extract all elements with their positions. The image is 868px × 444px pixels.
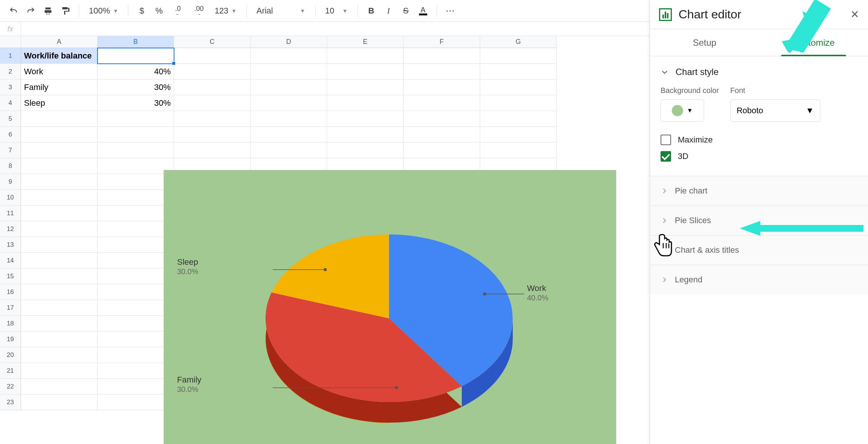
cell[interactable] — [21, 332, 98, 347]
row-header[interactable]: 1 — [0, 48, 21, 64]
cell[interactable] — [21, 158, 98, 174]
row-header[interactable]: 13 — [0, 237, 21, 253]
cell[interactable] — [174, 95, 251, 111]
cell[interactable] — [98, 221, 174, 237]
row-header[interactable]: 12 — [0, 221, 21, 237]
cell[interactable] — [21, 190, 98, 206]
row-header[interactable]: 16 — [0, 284, 21, 300]
cell[interactable] — [404, 142, 480, 158]
row-header[interactable]: 8 — [0, 158, 21, 174]
cell[interactable] — [251, 111, 327, 127]
cell[interactable] — [98, 332, 174, 347]
cell[interactable] — [98, 268, 174, 284]
cell[interactable] — [21, 237, 98, 253]
cell[interactable] — [251, 80, 327, 95]
row-header[interactable]: 22 — [0, 379, 21, 394]
cell[interactable] — [21, 221, 98, 237]
row-header[interactable]: 4 — [0, 95, 21, 111]
cell[interactable]: Work/life balance — [21, 48, 98, 64]
row-header[interactable]: 3 — [0, 80, 21, 95]
cell[interactable] — [404, 64, 480, 80]
cell[interactable] — [21, 111, 98, 127]
col-header-d[interactable]: D — [251, 36, 327, 48]
cell[interactable] — [480, 48, 557, 64]
cell[interactable] — [480, 95, 557, 111]
cell[interactable] — [327, 48, 404, 64]
strikethrough-button[interactable]: S — [398, 3, 413, 18]
row-header[interactable]: 21 — [0, 363, 21, 379]
zoom-select[interactable]: 100%▼ — [85, 6, 122, 16]
cell[interactable] — [98, 158, 174, 174]
cell[interactable] — [480, 142, 557, 158]
cell[interactable] — [251, 48, 327, 64]
cell[interactable] — [480, 80, 557, 95]
col-header-g[interactable]: G — [480, 36, 557, 48]
cell[interactable] — [327, 142, 404, 158]
cell[interactable] — [21, 253, 98, 268]
bold-button[interactable]: B — [364, 3, 379, 18]
cell[interactable] — [404, 127, 480, 142]
cell[interactable] — [404, 111, 480, 127]
row-header[interactable]: 11 — [0, 206, 21, 221]
close-panel-button[interactable]: ✕ — [850, 8, 859, 21]
cell[interactable] — [327, 95, 404, 111]
cell[interactable] — [21, 347, 98, 363]
tab-setup[interactable]: Setup — [650, 29, 759, 56]
decrease-decimal-button[interactable]: .0← — [169, 3, 187, 18]
row-header[interactable]: 5 — [0, 111, 21, 127]
paint-format-button[interactable] — [58, 3, 73, 18]
cell[interactable] — [21, 300, 98, 316]
cell[interactable] — [21, 284, 98, 300]
cell[interactable] — [327, 80, 404, 95]
cell[interactable]: 40% — [98, 64, 174, 80]
currency-button[interactable]: $ — [134, 3, 149, 18]
cell[interactable] — [98, 253, 174, 268]
cell[interactable] — [21, 142, 98, 158]
cell[interactable] — [98, 316, 174, 332]
cell[interactable] — [480, 111, 557, 127]
increase-decimal-button[interactable]: .00→ — [189, 3, 209, 18]
col-header-b[interactable]: B — [98, 36, 174, 48]
row-header[interactable]: 17 — [0, 300, 21, 316]
bg-color-select[interactable]: ▼ — [661, 99, 704, 122]
cell[interactable] — [98, 48, 174, 64]
cell[interactable]: Sleep — [21, 95, 98, 111]
cell[interactable] — [98, 347, 174, 363]
cell[interactable] — [98, 206, 174, 221]
row-header[interactable]: 7 — [0, 142, 21, 158]
row-header[interactable]: 15 — [0, 268, 21, 284]
cell[interactable] — [327, 111, 404, 127]
print-button[interactable] — [41, 3, 56, 18]
row-header[interactable]: 14 — [0, 253, 21, 268]
col-header-a[interactable]: A — [21, 36, 98, 48]
row-header[interactable]: 19 — [0, 332, 21, 347]
cell[interactable] — [98, 127, 174, 142]
cell[interactable] — [174, 142, 251, 158]
cell[interactable] — [98, 174, 174, 190]
cell[interactable] — [98, 394, 174, 410]
italic-button[interactable]: I — [381, 3, 396, 18]
section-legend[interactable]: Legend — [650, 265, 868, 294]
row-header[interactable]: 10 — [0, 190, 21, 206]
cell[interactable] — [98, 284, 174, 300]
cell[interactable] — [21, 394, 98, 410]
row-header[interactable]: 2 — [0, 64, 21, 80]
cell[interactable]: 30% — [98, 95, 174, 111]
more-toolbar-button[interactable]: ⋯ — [443, 3, 458, 18]
cell[interactable] — [98, 300, 174, 316]
section-axis-titles[interactable]: Chart & axis titles — [650, 236, 868, 265]
cell[interactable] — [174, 48, 251, 64]
row-header[interactable]: 18 — [0, 316, 21, 332]
cell[interactable] — [98, 142, 174, 158]
cell[interactable] — [327, 127, 404, 142]
text-color-button[interactable]: A — [416, 3, 431, 18]
cell[interactable] — [21, 363, 98, 379]
font-size-select[interactable]: 10▼ — [321, 6, 351, 16]
cell[interactable] — [327, 64, 404, 80]
cell[interactable]: Family — [21, 80, 98, 95]
cell[interactable] — [21, 174, 98, 190]
col-header-f[interactable]: F — [404, 36, 480, 48]
cell[interactable] — [480, 64, 557, 80]
cell[interactable] — [21, 379, 98, 394]
cell[interactable] — [98, 237, 174, 253]
